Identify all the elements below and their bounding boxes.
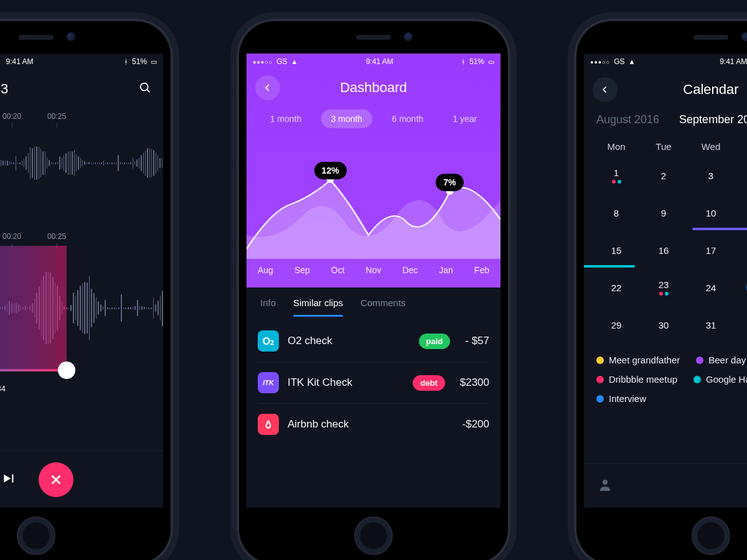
- carrier-label: GS: [276, 57, 287, 66]
- section-tab[interactable]: Comments: [360, 297, 406, 317]
- day-cell[interactable]: 4: [735, 161, 747, 190]
- time-ruler: 00:1000:1500:2000:25: [0, 223, 163, 246]
- day-cell[interactable]: 1: [593, 161, 640, 190]
- status-badge: paid: [419, 334, 451, 349]
- svg-point-6: [603, 480, 608, 485]
- month-label: Jan: [439, 265, 453, 275]
- weekday-header: MonTueWedThu: [584, 135, 747, 156]
- day-cell[interactable]: 1: [735, 310, 747, 340]
- weekday-label: Wed: [687, 141, 735, 152]
- back-button[interactable]: [255, 75, 280, 100]
- legend-item: Dribbble meetup: [596, 374, 677, 385]
- range-indicator: [584, 265, 635, 268]
- transaction-row[interactable]: O₂O2 checkpaid- $57: [258, 320, 489, 362]
- phone-audio: 9:41 AM ᚼ 51% ▭ Track4.mp3 00:1: [0, 19, 173, 560]
- waveform-track-b[interactable]: [0, 246, 163, 370]
- next-button[interactable]: [1, 470, 17, 489]
- legend-label: Meet grandfather: [609, 355, 680, 365]
- status-bar: 9:41 AM ᚼ 51% ▭: [0, 54, 163, 70]
- day-cell[interactable]: 9: [640, 198, 687, 228]
- day-cell[interactable]: 15: [593, 235, 640, 265]
- day-cell[interactable]: 29: [593, 310, 640, 340]
- ruler-tick: 00:20: [2, 232, 21, 241]
- status-battery: 51%: [132, 57, 147, 66]
- day-cell[interactable]: 22: [593, 273, 640, 302]
- day-cell[interactable]: 11: [735, 198, 747, 228]
- profile-icon[interactable]: [598, 477, 613, 495]
- legend-item: Google Hackathon: [693, 374, 747, 385]
- day-cell[interactable]: 25: [735, 273, 747, 302]
- legend-swatch: [693, 376, 701, 383]
- ruler-tick: 00:20: [2, 112, 21, 121]
- chart-callout: 12%: [314, 162, 347, 179]
- dashboard-screen: ●●●○○GS▲ 9:41 AM ᚼ51%▭ Dashboard 1 month…: [247, 54, 500, 508]
- transaction-row[interactable]: ITKITK Kit Checkdebt$2300: [258, 362, 489, 404]
- day-cell[interactable]: 10: [687, 198, 735, 228]
- signal-icon: ●●●○○: [253, 57, 273, 66]
- day-cell[interactable]: 30: [640, 310, 687, 340]
- transport-bar: [0, 450, 163, 508]
- range-tabs: 1 month3 month6 month1 year: [247, 106, 500, 136]
- time-ruler: 00:1000:1500:2000:25: [0, 103, 163, 126]
- dashboard-chart[interactable]: 12% 7%: [247, 141, 500, 259]
- current-month[interactable]: September 2016: [679, 113, 747, 126]
- day-cell[interactable]: 18: [735, 235, 747, 265]
- event-legend: Meet grandfatherBeer dayDribbble meetupG…: [584, 345, 747, 404]
- section-tab[interactable]: Similar clips: [293, 297, 343, 317]
- page-title: Dashboard: [340, 80, 407, 96]
- ruler-tick: 00:25: [47, 112, 66, 121]
- month-axis: AugSepOctNovDecJanFeb: [247, 259, 500, 284]
- selection-region[interactable]: [0, 246, 67, 370]
- prev-month[interactable]: August 2016: [596, 113, 659, 126]
- back-button[interactable]: [593, 77, 618, 102]
- day-cell[interactable]: 17: [687, 235, 735, 265]
- phone-dashboard: ●●●○○GS▲ 9:41 AM ᚼ51%▭ Dashboard 1 month…: [237, 19, 510, 560]
- section-tabs: InfoSimilar clipsComments: [247, 287, 500, 317]
- day-cell[interactable]: 24: [687, 273, 735, 302]
- status-bar: ●●●○○GS▲ 9:41 AM ᚼ51%▭: [247, 54, 500, 70]
- month-label: Oct: [331, 265, 345, 275]
- app-icon: O₂: [258, 330, 279, 352]
- day-cell[interactable]: 16: [640, 235, 687, 265]
- range-tab[interactable]: 3 month: [321, 110, 373, 128]
- calendar-grid: 123489101115161718222324252930311: [584, 156, 747, 345]
- svg-point-0: [141, 83, 148, 91]
- search-icon[interactable]: [138, 81, 152, 97]
- home-button[interactable]: [692, 516, 730, 555]
- status-time: 9:41 AM: [6, 57, 33, 66]
- weekday-label: Mon: [593, 141, 640, 152]
- close-button[interactable]: [39, 462, 73, 497]
- home-button[interactable]: [17, 516, 55, 555]
- bluetooth-icon: ᚼ: [461, 58, 466, 65]
- month-label: Feb: [474, 265, 489, 275]
- range-tab[interactable]: 6 month: [382, 110, 433, 128]
- month-switcher[interactable]: August 2016 September 2016: [584, 110, 747, 135]
- event-dot: [612, 180, 616, 184]
- svg-line-1: [147, 90, 149, 92]
- signal-icon: ●●●○○: [590, 57, 610, 66]
- legend-label: Beer day: [708, 355, 746, 365]
- wifi-icon: ▲: [291, 58, 298, 65]
- day-cell[interactable]: 8: [593, 198, 640, 228]
- transaction-row[interactable]: Airbnb check-$200: [258, 404, 489, 445]
- legend-item: Interview: [596, 393, 646, 404]
- waveform-track-a[interactable]: [0, 126, 163, 200]
- transaction-name: Airbnb check: [288, 418, 454, 431]
- day-cell[interactable]: 31: [687, 310, 735, 340]
- event-dot: [659, 292, 663, 296]
- legend-swatch: [696, 357, 703, 364]
- range-tab[interactable]: 1 year: [443, 110, 487, 128]
- phone-calendar: ●●●○○GS▲ 9:41 AM Calendar August 2016 Se…: [574, 19, 747, 560]
- day-cell[interactable]: 3: [687, 161, 735, 190]
- day-cell[interactable]: 23: [640, 273, 687, 302]
- legend-swatch: [596, 357, 604, 364]
- legend-swatch: [596, 376, 604, 383]
- range-end-handle[interactable]: [58, 362, 75, 379]
- range-end-time: 00:10:34: [0, 384, 6, 393]
- section-tab[interactable]: Info: [260, 297, 276, 317]
- day-cell[interactable]: 2: [640, 161, 687, 190]
- app-icon: [258, 414, 279, 435]
- home-button[interactable]: [354, 516, 393, 555]
- range-tab[interactable]: 1 month: [260, 110, 312, 128]
- transaction-amount: $2300: [460, 376, 489, 389]
